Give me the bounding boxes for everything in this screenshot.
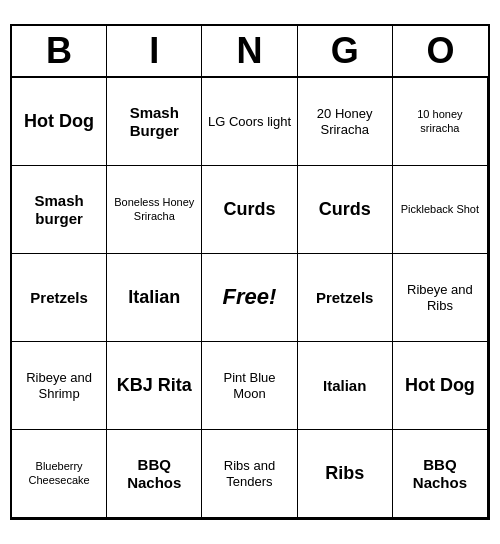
bingo-cell: Smash Burger xyxy=(107,78,202,166)
bingo-cell: LG Coors light xyxy=(202,78,297,166)
header-letter: O xyxy=(393,26,488,76)
bingo-cell: Ribs and Tenders xyxy=(202,430,297,518)
bingo-cell: Italian xyxy=(298,342,393,430)
header-letter: I xyxy=(107,26,202,76)
bingo-cell: Smash burger xyxy=(12,166,107,254)
bingo-cell: KBJ Rita xyxy=(107,342,202,430)
header-letter: B xyxy=(12,26,107,76)
bingo-cell: 10 honey sriracha xyxy=(393,78,488,166)
bingo-cell: Ribeye and Ribs xyxy=(393,254,488,342)
bingo-cell: Pickleback Shot xyxy=(393,166,488,254)
bingo-cell: Free! xyxy=(202,254,297,342)
bingo-card: BINGO Hot DogSmash BurgerLG Coors light2… xyxy=(10,24,490,520)
header-letter: N xyxy=(202,26,297,76)
bingo-grid: Hot DogSmash BurgerLG Coors light20 Hone… xyxy=(12,78,488,518)
bingo-cell: 20 Honey Sriracha xyxy=(298,78,393,166)
bingo-cell: BBQ Nachos xyxy=(107,430,202,518)
bingo-cell: Hot Dog xyxy=(393,342,488,430)
bingo-cell: Curds xyxy=(202,166,297,254)
bingo-cell: Pretzels xyxy=(12,254,107,342)
bingo-cell: Hot Dog xyxy=(12,78,107,166)
bingo-cell: Curds xyxy=(298,166,393,254)
bingo-cell: Ribs xyxy=(298,430,393,518)
bingo-cell: Pretzels xyxy=(298,254,393,342)
bingo-cell: BBQ Nachos xyxy=(393,430,488,518)
bingo-cell: Boneless Honey Sriracha xyxy=(107,166,202,254)
bingo-cell: Italian xyxy=(107,254,202,342)
bingo-cell: Pint Blue Moon xyxy=(202,342,297,430)
bingo-cell: Blueberry Cheesecake xyxy=(12,430,107,518)
bingo-header: BINGO xyxy=(12,26,488,78)
header-letter: G xyxy=(298,26,393,76)
bingo-cell: Ribeye and Shrimp xyxy=(12,342,107,430)
